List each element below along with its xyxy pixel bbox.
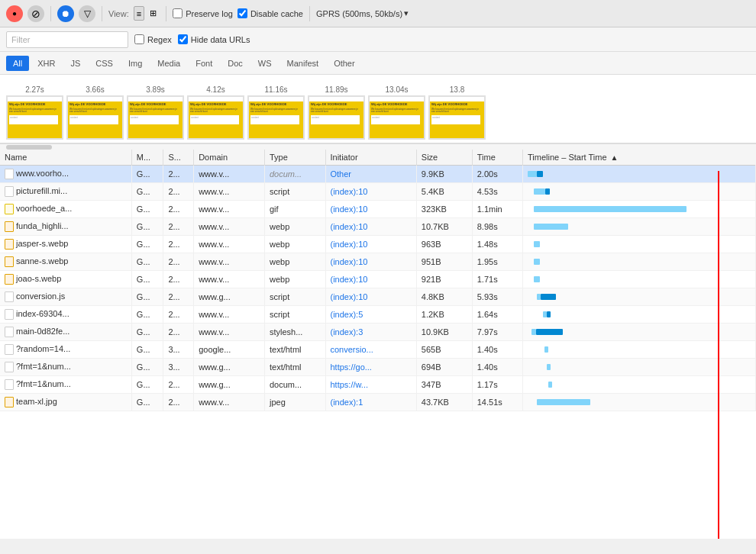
cell-status-1: 2... bbox=[163, 183, 194, 201]
record-button[interactable]: ⏺ bbox=[57, 5, 74, 22]
table-row[interactable]: ?fmt=1&num...G...3...www.g...text/htmlht… bbox=[0, 359, 756, 376]
initiator-link-11[interactable]: https://go... bbox=[331, 362, 372, 372]
type-tab-ws[interactable]: WS bbox=[251, 56, 279, 71]
table-row[interactable]: conversion.jsG...2...www.g...script(inde… bbox=[0, 288, 756, 306]
table-row[interactable]: team-xl.jpgG...2...www.v...jpeg(index):1… bbox=[0, 394, 756, 411]
filmstrip-frame-0[interactable]: 2.27s Wij zijn DE VOORHOEDE We bouwen fr… bbox=[6, 85, 63, 140]
initiator-link-8[interactable]: (index):5 bbox=[331, 310, 363, 319]
file-icon-5 bbox=[5, 256, 14, 267]
cell-domain-6: www.v... bbox=[194, 271, 265, 288]
col-header-type[interactable]: Type bbox=[264, 150, 325, 166]
col-header-timeline[interactable]: Timeline – Start Time ▲ bbox=[523, 150, 756, 166]
table-row[interactable]: main-0d82fe...G...2...www.v...stylesh...… bbox=[0, 324, 756, 341]
filmstrip-frame-7[interactable]: 13.8 Wij zijn DE VOORHOEDE We bouwen fro… bbox=[428, 85, 486, 140]
file-icon-4 bbox=[5, 239, 14, 250]
cell-time-9: 7.97s bbox=[472, 324, 522, 341]
table-row[interactable]: sanne-s.webpG...2...www.v...webp(index):… bbox=[0, 253, 756, 271]
initiator-link-9[interactable]: (index):3 bbox=[331, 327, 363, 337]
throttle-select[interactable]: GPRS (500ms, 50kb/s) ▾ bbox=[316, 8, 409, 18]
type-badge-other: docum... bbox=[270, 169, 302, 179]
col-header-domain[interactable]: Domain bbox=[194, 150, 265, 166]
cell-size-9: 10.9KB bbox=[416, 324, 472, 341]
table-row[interactable]: voorhoede_a...G...2...www.v...gif(index)… bbox=[0, 201, 756, 218]
cell-method-0: G... bbox=[131, 166, 163, 183]
cell-timeline-12 bbox=[523, 376, 756, 394]
cell-name-8: index-69304... bbox=[0, 306, 131, 324]
initiator-link-6[interactable]: (index):10 bbox=[331, 275, 368, 284]
col-header-time[interactable]: Time bbox=[472, 150, 522, 166]
type-tab-manifest[interactable]: Manifest bbox=[280, 56, 326, 71]
initiator-link-13[interactable]: (index):1 bbox=[331, 398, 363, 407]
cell-type-7: script bbox=[264, 288, 325, 306]
initiator-link-4[interactable]: (index):10 bbox=[331, 240, 368, 249]
filmstrip-frame-1[interactable]: 3.66s Wij zijn DE VOORHOEDE We bouwen fr… bbox=[66, 85, 124, 140]
initiator-link-5[interactable]: (index):10 bbox=[331, 257, 368, 266]
initiator-link-2[interactable]: (index):10 bbox=[331, 205, 368, 214]
table-row[interactable]: jasper-s.webpG...2...www.v...webp(index)… bbox=[0, 236, 756, 253]
hide-data-urls-checkbox[interactable] bbox=[178, 34, 188, 44]
table-row[interactable]: funda_highli...G...2...www.v...webp(inde… bbox=[0, 218, 756, 236]
view-grid-button[interactable]: ⊞ bbox=[147, 6, 160, 21]
initiator-link-10[interactable]: conversio... bbox=[331, 345, 373, 354]
table-row[interactable]: ?fmt=1&num...G...2...www.g...docum...htt… bbox=[0, 376, 756, 394]
timeline-bar-receiving-0 bbox=[537, 171, 543, 177]
table-row[interactable]: ?random=14...G...3...google...text/htmlc… bbox=[0, 341, 756, 359]
type-tab-img[interactable]: Img bbox=[121, 56, 149, 71]
disable-cache-checkbox[interactable] bbox=[237, 8, 247, 18]
type-tab-other[interactable]: Other bbox=[327, 56, 362, 71]
filmstrip-frame-3[interactable]: 4.12s Wij zijn DE VOORHOEDE We bouwen fr… bbox=[187, 85, 244, 140]
regex-checkbox[interactable] bbox=[134, 34, 144, 44]
initiator-link-12[interactable]: https://w... bbox=[331, 380, 369, 389]
network-table-container[interactable]: NameM...S...DomainTypeInitiatorSizeTimeT… bbox=[0, 150, 756, 539]
timeline-bar-waiting-1 bbox=[534, 188, 545, 195]
hide-data-urls-label[interactable]: Hide data URLs bbox=[178, 34, 250, 44]
initiator-link-0[interactable]: Other bbox=[331, 169, 352, 179]
stop-button[interactable]: ⊘ bbox=[27, 5, 44, 22]
type-tab-font[interactable]: Font bbox=[189, 56, 219, 71]
filmstrip-frame-2[interactable]: 3.89s Wij zijn DE VOORHOEDE We bouwen fr… bbox=[127, 85, 184, 140]
cell-method-13: G... bbox=[131, 394, 163, 411]
filter-button[interactable]: ▽ bbox=[79, 5, 95, 22]
col-header-status[interactable]: S... bbox=[163, 150, 194, 166]
disable-cache-label[interactable]: Disable cache bbox=[237, 8, 303, 18]
type-tab-js[interactable]: JS bbox=[63, 56, 87, 71]
preserve-log-label[interactable]: Preserve log bbox=[173, 8, 233, 18]
filmstrip-frame-6[interactable]: 13.04s Wij zijn DE VOORHOEDE We bouwen f… bbox=[368, 85, 425, 140]
cell-status-4: 2... bbox=[163, 236, 194, 253]
type-tab-media[interactable]: Media bbox=[150, 56, 187, 71]
cell-domain-10: google... bbox=[194, 341, 265, 359]
regex-label[interactable]: Regex bbox=[134, 34, 172, 44]
scrollbar-thumb[interactable] bbox=[6, 145, 52, 150]
type-tab-css[interactable]: CSS bbox=[89, 56, 120, 71]
cell-domain-0: www.v... bbox=[194, 166, 265, 183]
col-header-name[interactable]: Name bbox=[0, 150, 131, 166]
col-header-method[interactable]: M... bbox=[131, 150, 163, 166]
preserve-log-checkbox[interactable] bbox=[173, 8, 183, 18]
initiator-link-7[interactable]: (index):10 bbox=[331, 292, 368, 301]
table-row[interactable]: picturefill.mi...G...2...www.v...script(… bbox=[0, 183, 756, 201]
initiator-link-1[interactable]: (index):10 bbox=[331, 187, 368, 196]
type-tab-doc[interactable]: Doc bbox=[221, 56, 250, 71]
cell-domain-9: www.v... bbox=[194, 324, 265, 341]
timeline-bar-receiving-8 bbox=[547, 311, 551, 317]
type-tab-all[interactable]: All bbox=[6, 56, 29, 71]
timeline-bar-waiting-12 bbox=[548, 382, 552, 388]
initiator-link-3[interactable]: (index):10 bbox=[331, 222, 368, 231]
table-row[interactable]: index-69304...G...2...www.v...script(ind… bbox=[0, 306, 756, 324]
filter-input[interactable] bbox=[6, 31, 128, 48]
view-list-button[interactable]: ≡ bbox=[134, 6, 144, 21]
cell-status-13: 2... bbox=[163, 394, 194, 411]
close-button[interactable]: ● bbox=[6, 5, 23, 22]
filmstrip-frame-5[interactable]: 11.89s Wij zijn DE VOORHOEDE We bouwen f… bbox=[308, 85, 365, 140]
type-tab-xhr[interactable]: XHR bbox=[31, 56, 62, 71]
cell-size-6: 921B bbox=[416, 271, 472, 288]
filmstrip-frame-4[interactable]: 11.16s Wij zijn DE VOORHOEDE We bouwen f… bbox=[247, 85, 305, 140]
col-header-size[interactable]: Size bbox=[416, 150, 472, 166]
toolbar: ● ⊘ ⏺ ▽ View: ≡ ⊞ Preserve log Disable c… bbox=[0, 0, 756, 27]
filmstrip-image-3: Wij zijn DE VOORHOEDE We bouwen front-en… bbox=[187, 95, 244, 140]
horizontal-scrollbar[interactable] bbox=[0, 143, 756, 150]
table-row[interactable]: joao-s.webpG...2...www.v...webp(index):1… bbox=[0, 271, 756, 288]
cell-time-6: 1.71s bbox=[472, 271, 522, 288]
col-header-initiator[interactable]: Initiator bbox=[325, 150, 416, 166]
table-row[interactable]: www.voorho...G...2...www.v...docum...Oth… bbox=[0, 166, 756, 183]
